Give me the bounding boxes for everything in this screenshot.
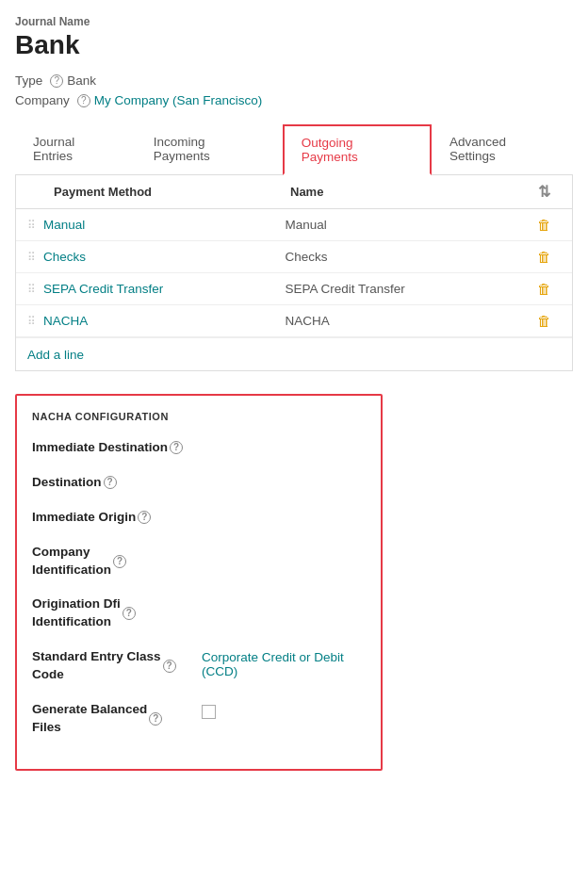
cell-method[interactable]: Manual (43, 218, 286, 232)
type-value: Bank (67, 73, 96, 88)
cell-method[interactable]: Checks (43, 250, 286, 264)
drag-handle[interactable]: ⠿ (27, 283, 36, 296)
type-help-icon[interactable]: ? (50, 74, 63, 88)
generate-balanced-checkbox[interactable] (202, 705, 216, 719)
cell-name: Manual (286, 218, 528, 232)
drag-handle[interactable]: ⠿ (27, 251, 36, 264)
immediate-destination-help-icon[interactable]: ? (170, 441, 183, 454)
company-identification-help-icon[interactable]: ? (113, 555, 126, 568)
company-identification-label: CompanyIdentification ? (32, 544, 366, 579)
origination-dfi-field: Origination DfiIdentification ? (32, 595, 366, 631)
cell-method[interactable]: SEPA Credit Transfer (43, 282, 286, 296)
destination-field: Destination ? (32, 474, 366, 492)
immediate-origin-label: Immediate Origin ? (32, 509, 366, 527)
delete-row-button[interactable]: 🗑 (537, 281, 551, 297)
cell-method[interactable]: NACHA (43, 314, 286, 328)
tabs: Journal Entries Incoming Payments Outgoi… (15, 124, 573, 175)
tab-incoming-payments[interactable]: Incoming Payments (136, 124, 283, 175)
origination-dfi-help-icon[interactable]: ? (122, 607, 136, 620)
generate-balanced-field: Generate BalancedFiles ? (32, 701, 366, 737)
company-identification-field: CompanyIdentification ? (32, 544, 366, 579)
cell-name: Checks (286, 250, 528, 264)
tab-advanced-settings[interactable]: Advanced Settings (432, 124, 573, 175)
filter-icon[interactable]: ⇅ (527, 183, 561, 201)
standard-entry-class-label: Standard Entry ClassCode ? (32, 648, 202, 684)
col-name-header: Name (290, 185, 527, 199)
add-line-button[interactable]: Add a line (27, 348, 84, 362)
standard-entry-class-value[interactable]: Corporate Credit or Debit (CCD) (202, 650, 366, 678)
company-help-icon[interactable]: ? (77, 94, 90, 107)
cell-name: NACHA (286, 314, 528, 328)
nacha-section-title: NACHA CONFIGURATION (32, 411, 366, 422)
col-method-header: Payment Method (54, 185, 290, 199)
tab-outgoing-payments[interactable]: Outgoing Payments (283, 124, 432, 175)
journal-title: Bank (15, 30, 573, 60)
standard-entry-class-field: Standard Entry ClassCode ? Corporate Cre… (32, 648, 366, 684)
table-row: ⠿ Manual Manual 🗑 (16, 209, 572, 241)
generate-balanced-help-icon[interactable]: ? (149, 712, 162, 726)
drag-handle[interactable]: ⠿ (27, 219, 36, 232)
immediate-destination-label: Immediate Destination ? (32, 439, 366, 457)
table-row: ⠿ SEPA Credit Transfer SEPA Credit Trans… (16, 273, 572, 305)
table-row: ⠿ Checks Checks 🗑 (16, 241, 572, 273)
company-value[interactable]: My Company (San Francisco) (94, 93, 263, 107)
generate-balanced-label: Generate BalancedFiles ? (32, 701, 202, 737)
cell-name: SEPA Credit Transfer (286, 282, 528, 296)
destination-label: Destination ? (32, 474, 366, 492)
delete-row-button[interactable]: 🗑 (537, 217, 551, 233)
immediate-origin-help-icon[interactable]: ? (138, 511, 151, 524)
company-field-row: Company ? My Company (San Francisco) (15, 93, 573, 107)
origination-dfi-label: Origination DfiIdentification ? (32, 595, 366, 631)
standard-entry-class-help-icon[interactable]: ? (163, 660, 176, 673)
nacha-configuration-section: NACHA CONFIGURATION Immediate Destinatio… (15, 394, 383, 771)
add-line-row: Add a line (16, 337, 572, 370)
company-label: Company (15, 93, 70, 107)
delete-row-button[interactable]: 🗑 (537, 249, 551, 265)
tab-journal-entries[interactable]: Journal Entries (15, 124, 136, 175)
immediate-destination-field: Immediate Destination ? (32, 439, 366, 457)
delete-row-button[interactable]: 🗑 (537, 313, 551, 329)
immediate-origin-field: Immediate Origin ? (32, 509, 366, 527)
journal-name-label: Journal Name (15, 15, 573, 28)
payment-methods-table: Payment Method Name ⇅ ⠿ Manual Manual 🗑 … (15, 175, 573, 371)
destination-help-icon[interactable]: ? (104, 476, 117, 489)
table-row: ⠿ NACHA NACHA 🗑 (16, 305, 572, 337)
drag-handle[interactable]: ⠿ (27, 315, 36, 328)
type-field-row: Type ? Bank (15, 73, 573, 88)
table-header: Payment Method Name ⇅ (16, 175, 572, 209)
type-label: Type (15, 73, 42, 88)
